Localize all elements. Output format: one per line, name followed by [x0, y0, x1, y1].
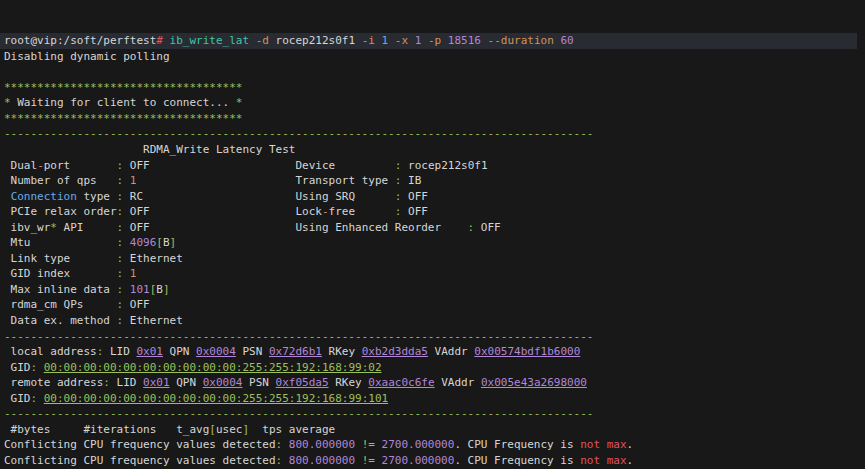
text-segment: 0x00574bdf1b6000	[474, 345, 580, 358]
text-segment: -	[37, 159, 44, 172]
text-segment	[375, 454, 382, 467]
text-segment	[375, 34, 382, 47]
text-segment: local address	[4, 345, 97, 358]
text-segment	[355, 438, 362, 451]
prompt-line: root@vip:/soft/perftest# ib_write_lat -d…	[0, 33, 857, 49]
text-segment: .	[627, 454, 634, 467]
text-segment: Mtu	[4, 236, 117, 249]
text-segment: ************************************	[4, 112, 242, 125]
text-segment: tps average	[249, 423, 335, 436]
text-segment: root@vip:/soft/perftest	[4, 34, 156, 47]
param-line-qps-transport: Number of qps : 1 Transport type : IB	[4, 173, 853, 189]
cpu-warning-line: Conflicting CPU frequency values detecte…	[4, 437, 853, 453]
text-segment: Ethernet	[123, 252, 183, 265]
text-segment: Using SRQ	[295, 190, 394, 203]
text-segment: [	[209, 423, 216, 436]
text-segment: GID index	[4, 267, 117, 280]
text-segment: -	[322, 205, 329, 218]
text-segment: *	[4, 96, 11, 109]
text-segment	[388, 34, 395, 47]
text-segment	[4, 190, 11, 203]
text-segment: RC	[123, 190, 143, 203]
text-segment: type	[77, 190, 117, 203]
text-segment: VAddr	[428, 345, 474, 358]
text-segment: 0x01	[136, 345, 163, 358]
text-segment: 2700.000000	[382, 438, 455, 451]
text-segment: OFF	[123, 205, 150, 218]
terminal[interactable]: root@vip:/soft/perftest# ib_write_lat -d…	[0, 0, 857, 467]
text-segment	[441, 34, 448, 47]
text-segment: OFF	[123, 298, 150, 311]
text-segment: GID	[4, 361, 31, 374]
text-segment: B	[163, 236, 170, 249]
text-segment: PSN	[236, 345, 269, 358]
text-segment	[37, 392, 44, 405]
text-segment: Transport type	[295, 174, 394, 187]
text-segment	[123, 267, 130, 280]
stars-line: ************************************	[4, 111, 853, 127]
text-segment: usec	[216, 423, 243, 436]
text-segment	[150, 221, 296, 234]
text-segment: OFF	[474, 221, 501, 234]
text-segment: #bytes #iterations t_avg	[4, 423, 209, 436]
text-segment: PSN	[242, 376, 275, 389]
text-segment: remote address	[4, 376, 103, 389]
text-segment: VAddr	[435, 376, 481, 389]
text-segment	[123, 174, 130, 187]
text-segment: RKey	[322, 345, 362, 358]
text-segment	[70, 159, 116, 172]
text-segment: *	[50, 221, 57, 234]
param-line-pcie-lockfree: PCIe relax order: OFF Lock-free : OFF	[4, 204, 853, 220]
blank-line	[4, 64, 853, 80]
text-segment: 0x0004	[196, 345, 236, 358]
text-segment: 18516	[448, 34, 481, 47]
text-segment: ]	[170, 236, 177, 249]
text-segment	[421, 34, 428, 47]
text-segment: :	[103, 376, 110, 389]
text-segment: Dual	[4, 159, 37, 172]
waiting-line: * Waiting for client to connect... *	[4, 95, 853, 111]
text-segment: 00:00:00:00:00:00:00:00:00:00:255:255:19…	[44, 361, 382, 374]
text-segment: RKey	[329, 376, 369, 389]
text-segment: ----------------------------------------…	[4, 407, 593, 420]
text-segment	[249, 34, 256, 47]
text-segment	[282, 438, 289, 451]
text-segment: 0x005e43a2698000	[481, 376, 587, 389]
text-segment: API	[57, 221, 117, 234]
output-disabling-polling: Disabling dynamic polling	[4, 49, 853, 65]
text-segment: [	[156, 236, 163, 249]
text-segment: #	[156, 34, 163, 47]
text-segment: port	[44, 159, 71, 172]
text-segment: ]	[163, 283, 170, 296]
text-segment: -p	[428, 34, 441, 47]
text-segment: rocep212s0f1	[269, 34, 362, 47]
text-segment: . CPU Frequency is	[454, 454, 580, 467]
text-segment: 0xf05da5	[276, 376, 329, 389]
text-segment	[375, 438, 382, 451]
text-segment: 0xb2d3dda5	[362, 345, 428, 358]
text-segment	[37, 361, 44, 374]
text-segment: !=	[362, 438, 375, 451]
text-segment: . CPU Frequency is	[454, 438, 580, 451]
text-segment: Link type	[4, 252, 117, 265]
param-line-rdmacm: rdma_cm QPs : OFF	[4, 297, 853, 313]
text-segment: 00:00:00:00:00:00:00:00:00:00:255:255:19…	[44, 392, 388, 405]
text-segment: OFF	[401, 205, 428, 218]
text-segment	[355, 454, 362, 467]
text-segment: LID	[103, 345, 136, 358]
title-line: RDMA_Write Latency Test	[4, 142, 853, 158]
text-segment: !=	[362, 454, 375, 467]
text-segment: OFF	[123, 221, 150, 234]
results-header-line: #bytes #iterations t_avg[usec] tps avera…	[4, 422, 853, 438]
text-segment: Waiting for client to connect...	[11, 96, 236, 109]
text-segment: 800.000000	[289, 454, 355, 467]
text-segment: QPN	[170, 376, 203, 389]
text-segment: 4096	[130, 236, 157, 249]
text-segment: -x	[395, 34, 408, 47]
text-segment: OFF	[123, 159, 150, 172]
text-segment: 60	[560, 34, 573, 47]
text-segment: -i	[362, 34, 375, 47]
text-segment	[143, 190, 295, 203]
text-segment: GID	[4, 392, 31, 405]
text-segment: *	[236, 96, 243, 109]
